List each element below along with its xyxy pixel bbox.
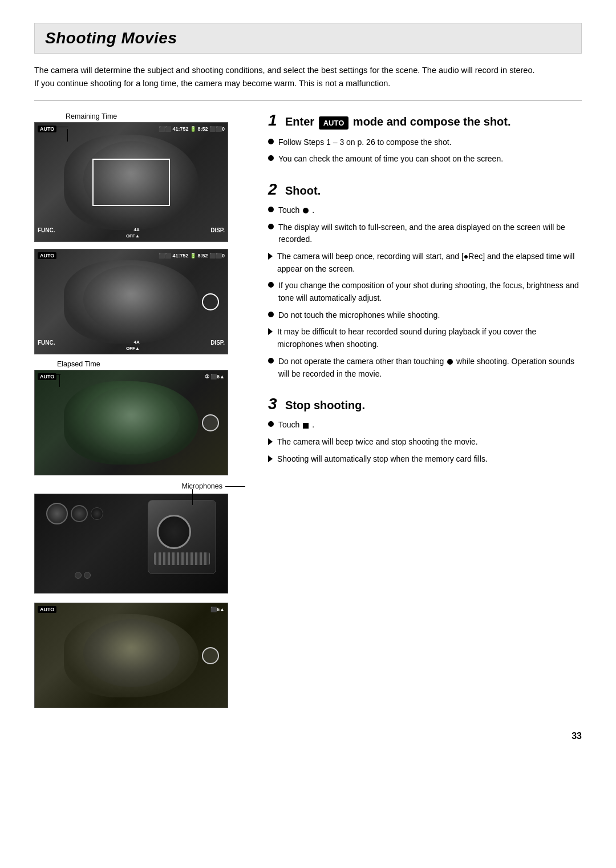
right-column: 1 Enter AUTO mode and compose the shot. … bbox=[268, 112, 582, 714]
bullet-triangle-icon bbox=[268, 253, 273, 260]
focus-box-1 bbox=[92, 159, 169, 206]
step-2-bullet-2-text: The display will switch to full-screen, … bbox=[278, 221, 582, 246]
image-block-1: Remaining Time AUTO ⬛⬛ 41:752 🔋 8:52 ⬛⬛0… bbox=[34, 112, 251, 243]
auto-badge-1: AUTO bbox=[38, 126, 56, 132]
page-title: Shooting Movies bbox=[45, 29, 571, 47]
step-3-bullet-2: The camera will beep twice and stop shoo… bbox=[268, 436, 582, 449]
square-icon bbox=[303, 423, 309, 429]
cam-ui-bottom-2: FUNC. 4A OFF▲ DISP. bbox=[38, 340, 225, 351]
step-3-bullet-1: Touch . bbox=[268, 419, 582, 431]
bullet-circle-icon bbox=[268, 358, 274, 364]
step-1-title: Enter AUTO mode and compose the shot. bbox=[285, 115, 511, 129]
step-2-bullet-1-text: Touch . bbox=[278, 204, 314, 217]
step-2-bullet-5: Do not touch the microphones while shoot… bbox=[268, 309, 582, 322]
microphone-image bbox=[34, 494, 228, 594]
microphones-label-text: Microphones bbox=[181, 482, 222, 490]
image-block-2: AUTO ⬛⬛ 41:752 🔋 8:52 ⬛⬛0 FUNC. 4A OFF▲ … bbox=[34, 249, 251, 354]
step-3-bullet-1-text: Touch . bbox=[278, 419, 314, 431]
image-block-4: Microphones bbox=[34, 482, 251, 595]
step-2-bullet-2: The display will switch to full-screen, … bbox=[268, 221, 582, 246]
step-3-bullet-2-text: The camera will beep twice and stop shoo… bbox=[277, 436, 478, 449]
auto-mode-badge: AUTO bbox=[319, 116, 349, 130]
step-2-bullet-6: It may be difficult to hear recorded sou… bbox=[268, 326, 582, 350]
step-2-header: 2 Shoot. bbox=[268, 181, 582, 197]
step-1-section: 1 Enter AUTO mode and compose the shot. … bbox=[268, 112, 582, 165]
step-3-bullet-3-text: Shooting will automatically stop when th… bbox=[277, 453, 488, 466]
intro-para-1: The camera will determine the subject an… bbox=[34, 64, 582, 77]
auto-badge-5: AUTO bbox=[38, 606, 56, 613]
dot-icon bbox=[303, 208, 309, 213]
step-3-number: 3 bbox=[268, 396, 279, 412]
mic-label-line bbox=[225, 486, 245, 487]
step-1-bullets: Follow Steps 1 – 3 on p. 26 to compose t… bbox=[268, 136, 582, 165]
bullet-circle-icon bbox=[268, 155, 274, 161]
microphones-label: Microphones bbox=[181, 482, 245, 490]
step-1-bullet-1-text: Follow Steps 1 – 3 on p. 26 to compose t… bbox=[278, 136, 452, 149]
step-2-bullet-5-text: Do not touch the microphones while shoot… bbox=[278, 309, 440, 322]
step-2-section: 2 Shoot. Touch . The display will switch… bbox=[268, 181, 582, 380]
step-1-bullet-1: Follow Steps 1 – 3 on p. 26 to compose t… bbox=[268, 136, 582, 149]
step-2-bullet-1: Touch . bbox=[268, 204, 582, 217]
bullet-triangle-icon bbox=[268, 455, 273, 462]
elapsed-time-label: Elapsed Time bbox=[34, 360, 251, 368]
bullet-circle-icon bbox=[268, 312, 274, 317]
rec-indicator bbox=[202, 414, 219, 431]
page-title-bar: Shooting Movies bbox=[34, 23, 582, 54]
cam-ui-bottom-1: FUNC. 4A OFF▲ DISP. bbox=[38, 227, 225, 239]
page-number: 33 bbox=[34, 731, 582, 741]
step-3-section: 3 Stop shooting. Touch . The camera will… bbox=[268, 396, 582, 465]
bullet-triangle-icon bbox=[268, 328, 273, 335]
camera-image-3: AUTO ② ⬛6▲ bbox=[34, 370, 228, 475]
bullet-circle-icon bbox=[268, 139, 274, 144]
bullet-circle-icon bbox=[268, 421, 274, 427]
intro-para-2: If you continue shooting for a long time… bbox=[34, 77, 582, 90]
camera-image-1: AUTO ⬛⬛ 41:752 🔋 8:52 ⬛⬛0 FUNC. 4A OFF▲ … bbox=[34, 122, 228, 242]
step-2-bullet-3: The camera will beep once, recording wil… bbox=[268, 251, 582, 275]
step-2-bullet-7: Do not operate the camera other than tou… bbox=[268, 356, 582, 380]
bullet-circle-icon bbox=[268, 282, 274, 288]
step-2-bullets: Touch . The display will switch to full-… bbox=[268, 204, 582, 380]
step-3-bullet-3: Shooting will automatically stop when th… bbox=[268, 453, 582, 466]
cam-ui-top-3: AUTO ② ⬛6▲ bbox=[38, 373, 225, 380]
step-2-title: Shoot. bbox=[285, 184, 321, 197]
main-content: Remaining Time AUTO ⬛⬛ 41:752 🔋 8:52 ⬛⬛0… bbox=[34, 112, 582, 714]
step-2-bullet-7-text: Do not operate the camera other than tou… bbox=[278, 356, 582, 380]
camera-image-2: AUTO ⬛⬛ 41:752 🔋 8:52 ⬛⬛0 FUNC. 4A OFF▲ … bbox=[34, 249, 228, 354]
step-2-bullet-4: If you change the composition of your sh… bbox=[268, 280, 582, 304]
step-1-header: 1 Enter AUTO mode and compose the shot. bbox=[268, 112, 582, 129]
bullet-triangle-icon bbox=[268, 438, 273, 445]
bullet-circle-icon bbox=[268, 207, 274, 212]
shoot-button-overlay bbox=[202, 293, 219, 310]
cam-ui-top-2: AUTO ⬛⬛ 41:752 🔋 8:52 ⬛⬛0 bbox=[38, 252, 225, 259]
left-column: Remaining Time AUTO ⬛⬛ 41:752 🔋 8:52 ⬛⬛0… bbox=[34, 112, 251, 714]
step-2-bullet-6-text: It may be difficult to hear recorded sou… bbox=[277, 326, 582, 350]
step-2-number: 2 bbox=[268, 181, 279, 197]
bullet-circle-icon bbox=[268, 224, 274, 229]
step-1-number: 1 bbox=[268, 112, 279, 128]
image-block-3: Elapsed Time AUTO ② ⬛6▲ bbox=[34, 360, 251, 477]
step-3-header: 3 Stop shooting. bbox=[268, 396, 582, 412]
camera-image-5: AUTO ⬛6▲ bbox=[34, 603, 228, 708]
stop-indicator bbox=[202, 647, 219, 664]
auto-badge-2: AUTO bbox=[38, 252, 56, 259]
cam-ui-top-5: AUTO ⬛6▲ bbox=[38, 606, 225, 613]
intro-text: The camera will determine the subject an… bbox=[34, 64, 582, 90]
remaining-time-label: Remaining Time bbox=[34, 112, 251, 120]
step-2-bullet-4-text: If you change the composition of your sh… bbox=[278, 280, 582, 304]
step-3-title: Stop shooting. bbox=[285, 399, 365, 412]
section-divider bbox=[34, 100, 582, 101]
dot-icon-2 bbox=[447, 359, 453, 365]
step-3-bullets: Touch . The camera will beep twice and s… bbox=[268, 419, 582, 465]
step-1-bullet-2-text: You can check the amount of time you can… bbox=[278, 153, 503, 165]
step-1-bullet-2: You can check the amount of time you can… bbox=[268, 153, 582, 165]
step-2-bullet-3-text: The camera will beep once, recording wil… bbox=[277, 251, 582, 275]
image-block-5: AUTO ⬛6▲ bbox=[34, 603, 251, 708]
